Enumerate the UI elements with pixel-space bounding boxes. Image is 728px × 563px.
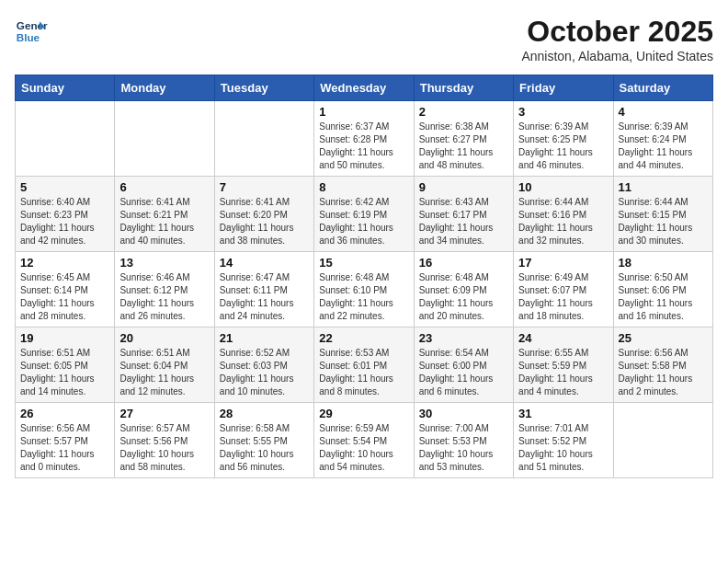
day-info: Sunrise: 6:57 AM Sunset: 5:56 PM Dayligh…: [119, 422, 209, 474]
calendar-cell: 26Sunrise: 6:56 AM Sunset: 5:57 PM Dayli…: [16, 403, 115, 478]
week-row-1: 1Sunrise: 6:37 AM Sunset: 6:28 PM Daylig…: [16, 101, 713, 177]
svg-text:Blue: Blue: [17, 31, 40, 43]
weekday-header-sunday: Sunday: [16, 75, 115, 101]
day-number: 16: [419, 256, 508, 270]
weekday-header-row: SundayMondayTuesdayWednesdayThursdayFrid…: [16, 75, 713, 101]
calendar-cell: 2Sunrise: 6:38 AM Sunset: 6:27 PM Daylig…: [414, 101, 513, 177]
page-header: General Blue October 2025 Anniston, Alab…: [15, 15, 713, 63]
day-number: 13: [119, 256, 209, 270]
day-number: 19: [20, 331, 109, 345]
calendar-cell: 22Sunrise: 6:53 AM Sunset: 6:01 PM Dayli…: [314, 327, 414, 403]
logo: General Blue: [15, 15, 48, 48]
week-row-3: 12Sunrise: 6:45 AM Sunset: 6:14 PM Dayli…: [16, 252, 713, 327]
calendar-cell: 20Sunrise: 6:51 AM Sunset: 6:04 PM Dayli…: [115, 327, 214, 403]
day-number: 28: [220, 407, 309, 420]
logo-icon: General Blue: [15, 15, 48, 48]
weekday-header-saturday: Saturday: [613, 75, 712, 101]
day-number: 10: [518, 180, 608, 194]
day-number: 31: [518, 407, 608, 420]
calendar-cell: 24Sunrise: 6:55 AM Sunset: 5:59 PM Dayli…: [514, 327, 613, 403]
day-number: 2: [419, 105, 508, 119]
calendar-cell: 16Sunrise: 6:48 AM Sunset: 6:09 PM Dayli…: [414, 252, 513, 327]
calendar-cell: 11Sunrise: 6:44 AM Sunset: 6:15 PM Dayli…: [613, 177, 712, 252]
calendar-cell: 5Sunrise: 6:40 AM Sunset: 6:23 PM Daylig…: [16, 177, 115, 252]
calendar-cell: 15Sunrise: 6:48 AM Sunset: 6:10 PM Dayli…: [314, 252, 414, 327]
day-number: 1: [319, 105, 408, 119]
day-info: Sunrise: 6:51 AM Sunset: 6:05 PM Dayligh…: [20, 347, 109, 398]
day-number: 20: [119, 331, 209, 345]
day-info: Sunrise: 6:54 AM Sunset: 6:00 PM Dayligh…: [419, 347, 508, 398]
day-info: Sunrise: 6:56 AM Sunset: 5:57 PM Dayligh…: [20, 422, 109, 474]
weekday-header-tuesday: Tuesday: [214, 75, 313, 101]
day-info: Sunrise: 6:45 AM Sunset: 6:14 PM Dayligh…: [20, 271, 109, 323]
day-number: 27: [119, 407, 209, 420]
week-row-4: 19Sunrise: 6:51 AM Sunset: 6:05 PM Dayli…: [16, 327, 713, 403]
calendar-cell: 9Sunrise: 6:43 AM Sunset: 6:17 PM Daylig…: [414, 177, 513, 252]
weekday-header-thursday: Thursday: [414, 75, 513, 101]
day-number: 22: [319, 331, 408, 345]
day-info: Sunrise: 6:51 AM Sunset: 6:04 PM Dayligh…: [119, 347, 209, 398]
day-info: Sunrise: 6:43 AM Sunset: 6:17 PM Dayligh…: [419, 196, 508, 247]
day-info: Sunrise: 6:48 AM Sunset: 6:09 PM Dayligh…: [419, 271, 508, 323]
weekday-header-friday: Friday: [514, 75, 613, 101]
day-number: 6: [119, 180, 209, 194]
calendar-cell: 13Sunrise: 6:46 AM Sunset: 6:12 PM Dayli…: [115, 252, 214, 327]
day-info: Sunrise: 6:40 AM Sunset: 6:23 PM Dayligh…: [20, 196, 109, 247]
calendar-cell: 7Sunrise: 6:41 AM Sunset: 6:20 PM Daylig…: [214, 177, 313, 252]
calendar-cell: 30Sunrise: 7:00 AM Sunset: 5:53 PM Dayli…: [414, 403, 513, 478]
calendar-cell: 31Sunrise: 7:01 AM Sunset: 5:52 PM Dayli…: [514, 403, 613, 478]
day-number: 17: [518, 256, 608, 270]
calendar-cell: 6Sunrise: 6:41 AM Sunset: 6:21 PM Daylig…: [115, 177, 214, 252]
day-number: 8: [319, 180, 408, 194]
month-title: October 2025: [521, 15, 713, 49]
day-info: Sunrise: 6:41 AM Sunset: 6:21 PM Dayligh…: [119, 196, 209, 247]
title-block: October 2025 Anniston, Alabama, United S…: [521, 15, 713, 63]
calendar-cell: 3Sunrise: 6:39 AM Sunset: 6:25 PM Daylig…: [514, 101, 613, 177]
day-info: Sunrise: 6:39 AM Sunset: 6:25 PM Dayligh…: [518, 121, 608, 172]
week-row-2: 5Sunrise: 6:40 AM Sunset: 6:23 PM Daylig…: [16, 177, 713, 252]
day-number: 18: [619, 256, 708, 270]
day-number: 14: [220, 256, 309, 270]
day-info: Sunrise: 6:52 AM Sunset: 6:03 PM Dayligh…: [220, 347, 309, 398]
calendar-cell: 1Sunrise: 6:37 AM Sunset: 6:28 PM Daylig…: [314, 101, 414, 177]
calendar-cell: [214, 101, 313, 177]
day-info: Sunrise: 6:49 AM Sunset: 6:07 PM Dayligh…: [518, 271, 608, 323]
calendar-cell: 27Sunrise: 6:57 AM Sunset: 5:56 PM Dayli…: [115, 403, 214, 478]
day-info: Sunrise: 6:56 AM Sunset: 5:58 PM Dayligh…: [619, 347, 708, 398]
day-info: Sunrise: 6:47 AM Sunset: 6:11 PM Dayligh…: [220, 271, 309, 323]
day-info: Sunrise: 7:01 AM Sunset: 5:52 PM Dayligh…: [518, 422, 608, 474]
day-number: 7: [220, 180, 309, 194]
calendar-cell: 19Sunrise: 6:51 AM Sunset: 6:05 PM Dayli…: [16, 327, 115, 403]
day-info: Sunrise: 6:44 AM Sunset: 6:16 PM Dayligh…: [518, 196, 608, 247]
calendar-cell: 12Sunrise: 6:45 AM Sunset: 6:14 PM Dayli…: [16, 252, 115, 327]
day-info: Sunrise: 6:39 AM Sunset: 6:24 PM Dayligh…: [619, 121, 708, 172]
day-info: Sunrise: 6:44 AM Sunset: 6:15 PM Dayligh…: [619, 196, 708, 247]
day-info: Sunrise: 6:59 AM Sunset: 5:54 PM Dayligh…: [319, 422, 408, 474]
day-number: 26: [20, 407, 109, 420]
calendar-cell: 8Sunrise: 6:42 AM Sunset: 6:19 PM Daylig…: [314, 177, 414, 252]
day-number: 12: [20, 256, 109, 270]
calendar-cell: 23Sunrise: 6:54 AM Sunset: 6:00 PM Dayli…: [414, 327, 513, 403]
day-info: Sunrise: 7:00 AM Sunset: 5:53 PM Dayligh…: [419, 422, 508, 474]
day-info: Sunrise: 6:37 AM Sunset: 6:28 PM Dayligh…: [319, 121, 408, 172]
day-info: Sunrise: 6:46 AM Sunset: 6:12 PM Dayligh…: [119, 271, 209, 323]
day-number: 15: [319, 256, 408, 270]
day-number: 5: [20, 180, 109, 194]
day-info: Sunrise: 6:53 AM Sunset: 6:01 PM Dayligh…: [319, 347, 408, 398]
calendar-cell: 29Sunrise: 6:59 AM Sunset: 5:54 PM Dayli…: [314, 403, 414, 478]
calendar-cell: [115, 101, 214, 177]
calendar-cell: 21Sunrise: 6:52 AM Sunset: 6:03 PM Dayli…: [214, 327, 313, 403]
calendar-cell: 10Sunrise: 6:44 AM Sunset: 6:16 PM Dayli…: [514, 177, 613, 252]
calendar: SundayMondayTuesdayWednesdayThursdayFrid…: [15, 75, 713, 478]
day-number: 23: [419, 331, 508, 345]
day-info: Sunrise: 6:42 AM Sunset: 6:19 PM Dayligh…: [319, 196, 408, 247]
weekday-header-wednesday: Wednesday: [314, 75, 414, 101]
calendar-cell: 18Sunrise: 6:50 AM Sunset: 6:06 PM Dayli…: [613, 252, 712, 327]
calendar-cell: 4Sunrise: 6:39 AM Sunset: 6:24 PM Daylig…: [613, 101, 712, 177]
day-info: Sunrise: 6:41 AM Sunset: 6:20 PM Dayligh…: [220, 196, 309, 247]
weekday-header-monday: Monday: [115, 75, 214, 101]
day-info: Sunrise: 6:50 AM Sunset: 6:06 PM Dayligh…: [619, 271, 708, 323]
location: Anniston, Alabama, United States: [521, 49, 713, 63]
calendar-cell: 17Sunrise: 6:49 AM Sunset: 6:07 PM Dayli…: [514, 252, 613, 327]
day-number: 3: [518, 105, 608, 119]
